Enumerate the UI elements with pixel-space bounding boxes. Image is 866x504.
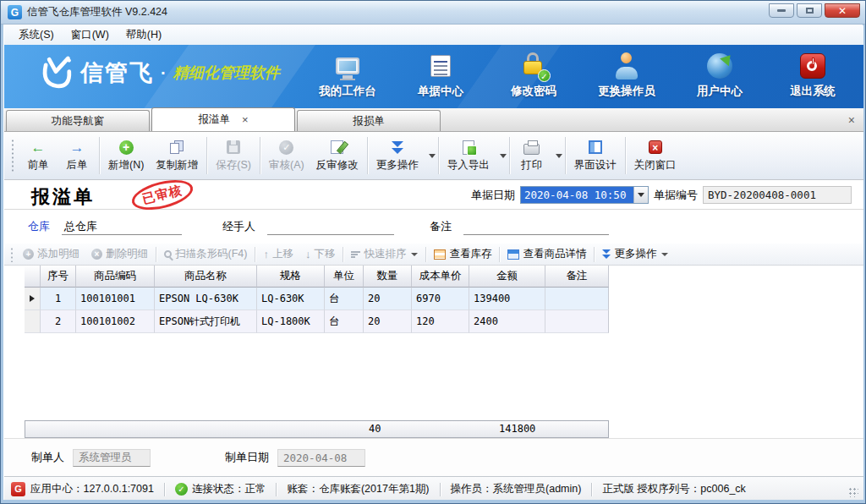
cell-qty[interactable]: 20 bbox=[364, 310, 412, 333]
cell-seq[interactable]: 2 bbox=[41, 310, 76, 333]
col-header[interactable]: 数量 bbox=[364, 266, 412, 288]
row-selector[interactable] bbox=[25, 288, 41, 310]
add-detail-button[interactable]: + 添加明细 bbox=[17, 245, 85, 263]
tabstrip-close-icon[interactable]: × bbox=[848, 113, 855, 127]
tab-loss-order[interactable]: 报损单 bbox=[297, 110, 441, 131]
cell-cost[interactable]: 120 bbox=[412, 310, 469, 333]
menu-system[interactable]: 系统(S) bbox=[11, 25, 62, 45]
cell-spec[interactable]: LQ-630K bbox=[257, 288, 325, 310]
cell-spec[interactable]: LQ-1800K bbox=[257, 310, 325, 333]
warehouse-field[interactable]: 总仓库 bbox=[62, 219, 182, 235]
restore-button[interactable] bbox=[797, 3, 822, 18]
switch-operator-button[interactable]: 更换操作员 bbox=[591, 52, 662, 99]
cell-unit[interactable]: 台 bbox=[325, 288, 364, 310]
workbench-button[interactable]: 我的工作台 bbox=[312, 52, 383, 99]
more-actions-button[interactable]: 更多操作 bbox=[370, 135, 425, 176]
cell-remark[interactable] bbox=[545, 310, 609, 333]
delete-detail-button[interactable]: × 删除明细 bbox=[85, 245, 154, 263]
form-header: 报溢单 已审核 单据日期 2020-04-08 10:50 单据编号 BYD-2… bbox=[4, 180, 863, 210]
cell-seq[interactable]: 1 bbox=[41, 288, 76, 310]
banner-actions: 我的工作台 单据中心 ✓ 修改密码 更换操作员 用户中心 退出系统 bbox=[312, 52, 848, 99]
copy-new-button[interactable]: 复制新增 bbox=[150, 135, 204, 176]
menu-bar: 系统(S) 窗口(W) 帮助(H) bbox=[4, 25, 863, 45]
table-row[interactable]: 2 100101002 EPSON针式打印机 LQ-1800K 台 20 120… bbox=[25, 310, 609, 333]
cell-amount[interactable]: 2400 bbox=[469, 310, 545, 333]
ui-design-button[interactable]: 界面设计 bbox=[568, 135, 622, 176]
col-header[interactable]: 单位 bbox=[325, 266, 364, 288]
order-date-field[interactable]: 2020-04-08 10:50 bbox=[520, 186, 649, 204]
quick-sort-button[interactable]: 快速排序 bbox=[345, 245, 424, 263]
col-header[interactable]: 金额 bbox=[469, 266, 545, 288]
scan-barcode-button[interactable]: 扫描条形码(F4) bbox=[158, 245, 253, 263]
dropdown-caret-icon[interactable] bbox=[556, 154, 562, 158]
cell-code[interactable]: 100101001 bbox=[76, 288, 155, 310]
maker-field: 系统管理员 bbox=[73, 449, 151, 467]
cell-remark[interactable] bbox=[545, 288, 609, 310]
stock-grid-icon bbox=[434, 249, 446, 260]
user-center-button[interactable]: 用户中心 bbox=[684, 52, 755, 99]
tab-close-icon[interactable]: × bbox=[242, 113, 249, 126]
next-order-button[interactable]: → 后单 bbox=[58, 135, 96, 176]
row-selector[interactable] bbox=[25, 310, 41, 333]
cell-name[interactable]: EPSON LQ-630K bbox=[155, 288, 257, 310]
menu-window[interactable]: 窗口(W) bbox=[63, 25, 117, 45]
layout-design-icon bbox=[589, 140, 602, 154]
col-header[interactable]: 商品编码 bbox=[76, 266, 155, 288]
close-button[interactable]: ✕ bbox=[825, 3, 860, 18]
cell-amount[interactable]: 139400 bbox=[469, 288, 545, 310]
current-row-icon bbox=[30, 295, 35, 302]
unaudit-edit-button[interactable]: 反审修改 bbox=[310, 135, 364, 176]
toolbar-drag-handle[interactable] bbox=[11, 139, 15, 173]
remark-label: 备注 bbox=[430, 219, 452, 234]
edit-icon bbox=[331, 140, 343, 154]
brand-tagline: 精细化管理软件 bbox=[173, 63, 280, 83]
table-row[interactable]: 1 100101001 EPSON LQ-630K LQ-630K 台 20 6… bbox=[25, 288, 609, 310]
new-button[interactable]: + 新增(N) bbox=[102, 135, 150, 176]
detail-more-actions-button[interactable]: 更多操作 bbox=[596, 245, 674, 263]
col-header[interactable]: 备注 bbox=[545, 266, 609, 288]
status-separator bbox=[164, 483, 165, 496]
move-up-button[interactable]: ↑ 上移 bbox=[257, 245, 299, 263]
audit-button[interactable]: ✓ 审核(A) bbox=[263, 135, 310, 176]
prev-order-button[interactable]: ← 前单 bbox=[19, 135, 58, 176]
change-password-button[interactable]: ✓ 修改密码 bbox=[498, 52, 569, 99]
cell-name[interactable]: EPSON针式打印机 bbox=[155, 310, 257, 333]
toolbar-separator bbox=[206, 137, 207, 174]
save-button[interactable]: 保存(S) bbox=[210, 135, 257, 176]
tab-nav-window[interactable]: 功能导航窗 bbox=[6, 110, 150, 131]
col-header[interactable]: 规格 bbox=[257, 266, 325, 288]
handler-field[interactable] bbox=[267, 219, 394, 235]
remark-field[interactable] bbox=[463, 219, 609, 235]
document-center-button[interactable]: 单据中心 bbox=[405, 52, 476, 99]
form-footer: 制单人 系统管理员 制单日期 2020-04-08 bbox=[4, 438, 863, 476]
account-set-status: 账套：仓库账套(2017年第1期) bbox=[287, 482, 429, 496]
view-product-detail-button[interactable]: 查看商品详情 bbox=[502, 245, 592, 263]
move-down-button[interactable]: ↓ 下移 bbox=[299, 245, 342, 263]
order-date-value[interactable]: 2020-04-08 10:50 bbox=[521, 187, 633, 203]
col-header[interactable]: 商品名称 bbox=[155, 266, 257, 288]
cell-unit[interactable]: 台 bbox=[325, 310, 364, 333]
printer-icon bbox=[523, 144, 540, 155]
title-bar[interactable]: G 信管飞仓库管理软件 V9.2.424 ✕ bbox=[1, 1, 865, 25]
connection-status: 连接状态：正常 bbox=[192, 482, 266, 496]
exit-system-button[interactable]: 退出系统 bbox=[777, 52, 848, 99]
print-button[interactable]: 打印 bbox=[512, 135, 551, 176]
dropdown-caret-icon[interactable] bbox=[500, 154, 507, 158]
resize-grip[interactable] bbox=[848, 487, 858, 497]
cell-qty[interactable]: 20 bbox=[364, 288, 412, 310]
detail-toolbar-drag-handle[interactable] bbox=[10, 247, 14, 262]
dropdown-caret-icon[interactable] bbox=[429, 154, 436, 158]
date-dropdown-button[interactable] bbox=[633, 187, 648, 203]
cell-code[interactable]: 100101002 bbox=[76, 310, 155, 333]
tab-overflow-order[interactable]: 报溢单 × bbox=[151, 107, 295, 131]
col-header[interactable]: 成本单价 bbox=[412, 266, 469, 288]
col-header[interactable]: 序号 bbox=[41, 266, 76, 288]
menu-help[interactable]: 帮助(H) bbox=[118, 25, 169, 45]
import-export-button[interactable]: 导入导出 bbox=[441, 135, 496, 176]
arrow-left-icon: ← bbox=[31, 140, 46, 155]
close-window-button[interactable]: × 关闭窗口 bbox=[628, 135, 682, 176]
cell-cost[interactable]: 6970 bbox=[412, 288, 469, 310]
window-title: 信管飞仓库管理软件 V9.2.424 bbox=[27, 5, 167, 19]
minimize-button[interactable] bbox=[769, 3, 794, 18]
view-stock-button[interactable]: 查看库存 bbox=[428, 245, 497, 263]
